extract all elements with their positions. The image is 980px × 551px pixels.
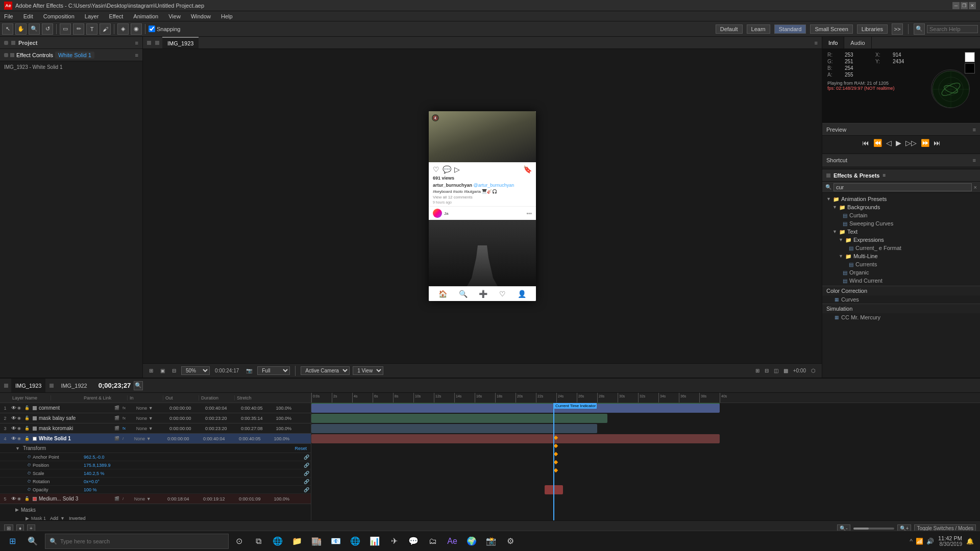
tl-zoom-slider[interactable] xyxy=(853,528,894,530)
layer-fx-3[interactable]: fx xyxy=(122,426,126,431)
anchor-value[interactable]: 962.5,-0.0 xyxy=(84,455,105,460)
effect-controls-layer[interactable]: White Solid 1 xyxy=(55,52,94,59)
layer-solo-5[interactable]: ◉ xyxy=(17,496,24,501)
menu-help[interactable]: Help xyxy=(219,13,235,19)
taskbar-browser2[interactable]: 🌍 xyxy=(462,532,481,550)
layer-lock-5[interactable]: 🔓 xyxy=(24,496,32,501)
insta-nav-home[interactable]: 🏠 xyxy=(438,290,447,298)
taskbar-cortana[interactable]: ⊙ xyxy=(230,532,248,550)
wind-current-item[interactable]: ▤ Wind Current xyxy=(828,277,980,285)
workspace-learn[interactable]: Learn xyxy=(747,24,770,34)
insta-nav-add[interactable]: ➕ xyxy=(479,290,487,298)
zoom-dropdown[interactable]: 50%100%25% xyxy=(181,366,210,375)
taskbar-mail[interactable]: 📧 xyxy=(327,532,345,550)
layer-fx-1[interactable]: fx xyxy=(122,406,126,410)
viewer-guides[interactable]: ⊟ xyxy=(763,367,771,374)
tl-tab-img1922[interactable]: IMG_1922 xyxy=(57,379,91,392)
preview-play[interactable]: ▶ xyxy=(896,139,901,147)
cti[interactable]: Current Time Indicator xyxy=(553,403,554,520)
help-search-input[interactable] xyxy=(927,25,978,33)
viewer-toggles[interactable]: ⊟ xyxy=(170,367,178,374)
preview-menu[interactable]: ≡ xyxy=(973,127,976,133)
viewer-transparency[interactable]: ▩ xyxy=(781,367,790,374)
viewer-grid[interactable]: ⊞ xyxy=(753,367,762,374)
tool-pen[interactable]: ✏ xyxy=(73,23,84,35)
sweeping-curves-item[interactable]: ▤ Sweeping Curves xyxy=(828,219,980,228)
viewer-expand[interactable]: ⬡ xyxy=(809,367,818,374)
taskbar-capture[interactable]: 📸 xyxy=(482,532,500,550)
taskbar-taskview[interactable]: ⧉ xyxy=(249,532,267,550)
preview-skip-fwd[interactable]: ⏭ xyxy=(934,139,941,147)
layer-solo-1[interactable]: ◉ xyxy=(17,406,24,410)
insta-mute-button[interactable]: 🔇 xyxy=(432,114,439,121)
panel-collapse-icon[interactable] xyxy=(4,41,8,45)
menu-effect[interactable]: Effect xyxy=(107,13,125,19)
current-format-item[interactable]: ▤ Current_ e Format xyxy=(835,244,980,252)
layer-lock-4[interactable]: 🔓 xyxy=(24,436,32,441)
masks-header[interactable]: ▶ Masks xyxy=(0,505,311,514)
shortcut-menu[interactable]: ≡ xyxy=(973,157,976,163)
workspace-smallscreen[interactable]: Small Screen xyxy=(810,24,852,34)
pos-value[interactable]: 175.8,1389.9 xyxy=(84,463,111,468)
menu-view[interactable]: View xyxy=(166,13,183,19)
text-header[interactable]: ▼ 📁 Text xyxy=(828,228,980,236)
comp-tab-img1923[interactable]: IMG_1923 xyxy=(162,37,199,48)
transform-header[interactable]: ▼ Transform Reset xyxy=(0,444,311,453)
layer-lock-3[interactable]: 🔓 xyxy=(24,426,32,431)
viewer-camera-icon[interactable]: 📷 xyxy=(244,367,254,374)
start-button[interactable]: ⊞ xyxy=(2,531,22,552)
systray-arrow[interactable]: ^ xyxy=(910,538,913,545)
stopwatch-opacity[interactable]: ⏱ xyxy=(26,487,33,492)
resolution-dropdown[interactable]: FullHalfQuarter xyxy=(257,366,290,375)
layer-solo-3[interactable]: ◉ xyxy=(17,426,24,431)
tool-type[interactable]: T xyxy=(86,23,97,35)
viewer-region[interactable]: ▣ xyxy=(158,367,167,374)
layer-eye-4[interactable]: 👁 xyxy=(10,436,17,441)
reset-btn[interactable]: Reset xyxy=(295,446,311,451)
curves-item[interactable]: ▦ Curves xyxy=(822,295,980,304)
layer-eye-5[interactable]: 👁 xyxy=(10,496,17,502)
stopwatch-pos[interactable]: ⏱ xyxy=(26,463,33,467)
menu-edit[interactable]: Edit xyxy=(21,13,35,19)
insta-share-icon[interactable]: ▷ xyxy=(454,165,460,173)
tl-tab-img1923[interactable]: IMG_1923 xyxy=(11,379,45,392)
taskbar-explorer[interactable]: 📁 xyxy=(288,532,306,550)
notification-icon[interactable]: 🔔 xyxy=(966,538,974,545)
network-icon[interactable]: 📶 xyxy=(916,538,923,545)
comp-menu[interactable]: ≡ xyxy=(815,40,818,46)
snapping-check-input[interactable] xyxy=(149,26,155,32)
info-tab-audio[interactable]: Audio xyxy=(844,37,871,48)
tool-zoom[interactable]: 🔍 xyxy=(29,23,40,35)
menu-layer[interactable]: Layer xyxy=(83,13,101,19)
menu-animation[interactable]: Animation xyxy=(131,13,160,19)
insta-nav-search[interactable]: 🔍 xyxy=(459,290,468,298)
taskbar-whatsapp[interactable]: 💬 xyxy=(404,532,423,550)
expressions-header[interactable]: ▼ 📁 Expressions xyxy=(835,236,980,244)
organic-item[interactable]: ▤ Organic xyxy=(828,268,980,277)
insta-nav-profile[interactable]: 👤 xyxy=(518,290,526,298)
tool-pin[interactable]: ◈ xyxy=(117,23,129,35)
minimize-button[interactable]: ─ xyxy=(952,2,960,9)
effects-search-close[interactable]: × xyxy=(974,184,977,190)
stopwatch-scale[interactable]: ⏱ xyxy=(26,471,33,475)
tool-roto[interactable]: ◉ xyxy=(131,23,142,35)
window-controls[interactable]: ─ ❐ ✕ xyxy=(952,2,976,9)
menu-window[interactable]: Window xyxy=(189,13,213,19)
menu-composition[interactable]: Composition xyxy=(41,13,77,19)
taskbar-chrome[interactable]: 🌐 xyxy=(346,532,364,550)
insta-comment-icon[interactable]: 💬 xyxy=(443,165,451,173)
preview-step-back[interactable]: ⏪ xyxy=(873,139,882,147)
layer-eye-3[interactable]: 👁 xyxy=(10,425,17,431)
layer-solo-2[interactable]: ◉ xyxy=(17,416,24,420)
tl-layer-4[interactable]: 4 👁 ◉ 🔓 White Solid 1 🎬 / None ▼ 0:00:00… xyxy=(0,434,311,444)
layer-lock-2[interactable]: 🔓 xyxy=(24,416,32,420)
insta-nav-heart[interactable]: ♡ xyxy=(499,290,506,298)
effects-menu-icon[interactable]: ≡ xyxy=(883,172,886,178)
volume-icon[interactable]: 🔊 xyxy=(926,538,934,545)
workspace-standard[interactable]: Standard xyxy=(774,24,806,34)
preview-play-back[interactable]: ◁ xyxy=(886,139,892,147)
tool-hand[interactable]: ✋ xyxy=(15,23,27,35)
insta-like-icon[interactable]: ♡ xyxy=(433,165,439,173)
curtain-item[interactable]: ▤ Curtain xyxy=(828,211,980,219)
menu-file[interactable]: File xyxy=(2,13,15,19)
